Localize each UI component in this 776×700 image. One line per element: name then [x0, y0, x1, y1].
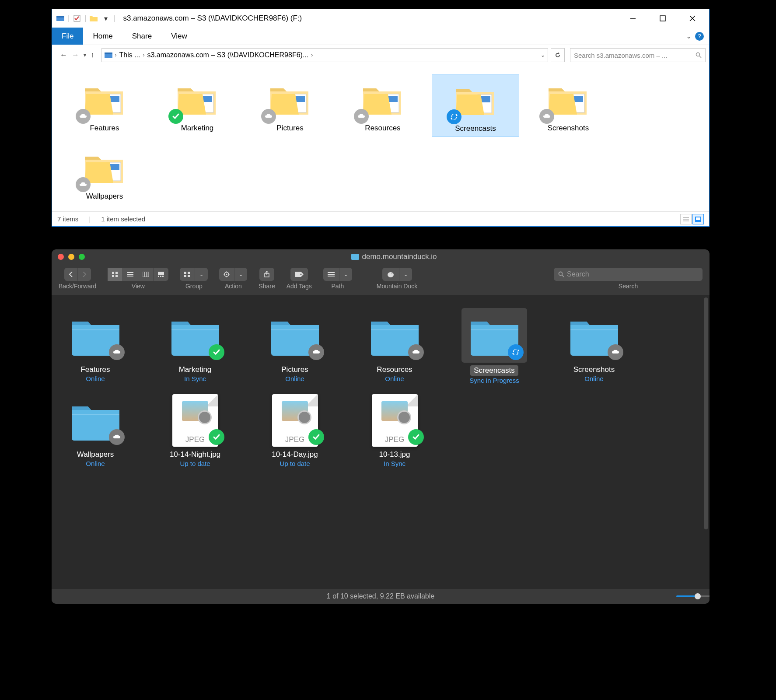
- path-button[interactable]: [323, 268, 339, 281]
- folder-item[interactable]: Screenshots: [524, 74, 612, 137]
- folder-item[interactable]: Pictures: [246, 74, 334, 137]
- file-item[interactable]: JPEG 10-13.jpg In Sync: [360, 393, 430, 467]
- folder-item[interactable]: Wallpapers: [61, 142, 148, 204]
- chevron-right-icon[interactable]: ›: [115, 52, 117, 58]
- refresh-button[interactable]: [551, 48, 565, 62]
- zoom-slider[interactable]: [676, 593, 701, 599]
- tool-group-search: Search Search: [554, 268, 703, 290]
- chevron-down-icon[interactable]: ⌄: [339, 268, 352, 281]
- item-status: In Sync: [384, 460, 405, 467]
- search-placeholder: Search: [567, 270, 589, 278]
- folder-icon: [449, 78, 502, 122]
- up-button[interactable]: ↑: [91, 51, 94, 60]
- toolbar-label: Back/Forward: [59, 283, 96, 290]
- window-title-text: demo.mountainduck.io: [362, 252, 437, 261]
- gallery-view-button[interactable]: [154, 268, 168, 281]
- folder-item[interactable]: Screenshots Online: [559, 308, 629, 384]
- history-dropdown[interactable]: ▾: [84, 52, 86, 58]
- sync-badge-icon: [508, 344, 524, 360]
- chevron-down-icon[interactable]: ⌄: [399, 268, 412, 281]
- breadcrumb-segment[interactable]: s3.amazonaws.com – S3 (\\DAVIDKOCHER98F6…: [147, 51, 309, 59]
- breadcrumb-segment[interactable]: This ...: [119, 51, 140, 59]
- window-titlebar[interactable]: | | ▾ | s3.amazonaws.com – S3 (\\DAVIDKO…: [52, 9, 709, 28]
- folder-icon: [78, 77, 131, 121]
- svg-rect-45: [188, 272, 190, 274]
- svg-rect-37: [143, 272, 144, 277]
- file-list[interactable]: Features Online Marketing In Sync Pictur…: [52, 295, 710, 575]
- item-label: Wallpapers: [86, 192, 123, 201]
- share-button[interactable]: [259, 268, 274, 281]
- scrollbar[interactable]: [704, 298, 708, 529]
- chevron-down-icon[interactable]: ⌄: [195, 268, 208, 281]
- icons-view-button[interactable]: [692, 214, 704, 224]
- back-button[interactable]: ←: [60, 51, 67, 60]
- tool-group-share: Share: [259, 268, 275, 290]
- tab-share[interactable]: Share: [122, 28, 161, 45]
- maximize-button[interactable]: [79, 254, 85, 260]
- selection-count: 1 item selected: [101, 215, 145, 223]
- chevron-right-icon[interactable]: ›: [143, 52, 145, 58]
- folder-icon[interactable]: [89, 14, 98, 23]
- chevron-down-icon[interactable]: ⌄: [686, 32, 692, 40]
- close-button[interactable]: [58, 254, 64, 260]
- window-title: s3.amazonaws.com – S3 (\\DAVIDKOCHER98F6…: [123, 14, 302, 23]
- back-button[interactable]: [64, 268, 78, 281]
- svg-rect-46: [184, 275, 186, 277]
- tab-home[interactable]: Home: [83, 28, 122, 45]
- group-button[interactable]: [180, 268, 195, 281]
- file-item[interactable]: JPEG 10-14-Day.jpg Up to date: [260, 393, 330, 467]
- folder-item[interactable]: Pictures Online: [260, 308, 330, 384]
- status-text: 1 of 10 selected, 9.22 EB available: [327, 592, 434, 600]
- folder-item[interactable]: Marketing: [154, 74, 241, 137]
- tab-file[interactable]: File: [52, 28, 83, 45]
- svg-rect-29: [696, 217, 700, 220]
- folder-item[interactable]: Screencasts Sync in Progress: [459, 308, 529, 384]
- maximize-button[interactable]: [652, 10, 673, 26]
- folder-item[interactable]: Wallpapers Online: [60, 393, 130, 467]
- checkbox-icon[interactable]: [72, 14, 82, 23]
- column-view-button[interactable]: [138, 268, 154, 281]
- forward-button[interactable]: [78, 268, 91, 281]
- details-view-button[interactable]: [680, 214, 692, 224]
- action-button[interactable]: [219, 268, 234, 281]
- icon-view-button[interactable]: [108, 268, 123, 281]
- close-button[interactable]: [682, 10, 703, 26]
- item-status: Online: [285, 375, 304, 382]
- folder-item[interactable]: Features: [61, 74, 148, 137]
- folder-item[interactable]: Resources: [339, 74, 426, 137]
- folder-icon: [264, 77, 316, 121]
- file-list[interactable]: Features Marketing Pictures Reso: [52, 65, 709, 213]
- item-label: Resources: [365, 124, 400, 133]
- svg-rect-39: [147, 272, 149, 277]
- mountain-duck-button[interactable]: [382, 268, 399, 281]
- chevron-down-icon[interactable]: ⌄: [541, 52, 545, 58]
- chevron-down-icon[interactable]: ⌄: [234, 268, 247, 281]
- cloud-badge-icon: [354, 109, 369, 124]
- tab-view[interactable]: View: [161, 28, 197, 45]
- drive-icon: [105, 52, 112, 59]
- file-item[interactable]: JPEG 10-14-Night.jpg Up to date: [160, 393, 230, 467]
- forward-button[interactable]: →: [72, 51, 79, 60]
- minimize-button[interactable]: [622, 10, 643, 26]
- folder-item[interactable]: Screencasts: [432, 74, 519, 137]
- window-titlebar[interactable]: demo.mountainduck.io: [52, 249, 710, 264]
- check-badge-icon: [209, 429, 224, 445]
- search-input[interactable]: Search s3.amazonaws.com – ...: [570, 48, 706, 62]
- add-tags-button[interactable]: [290, 268, 308, 281]
- help-button[interactable]: ?: [695, 32, 704, 41]
- nav-buttons: ← → ▾ ↑: [56, 51, 99, 60]
- folder-icon: [362, 308, 427, 363]
- chevron-right-icon[interactable]: ›: [311, 52, 313, 58]
- toolbar-label: Path: [331, 283, 344, 290]
- list-view-button[interactable]: [123, 268, 138, 281]
- svg-line-10: [699, 56, 701, 58]
- svg-rect-4: [660, 16, 665, 21]
- breadcrumb[interactable]: › This ... › s3.amazonaws.com – S3 (\\DA…: [101, 48, 549, 62]
- folder-item[interactable]: Features Online: [60, 308, 130, 384]
- toolbar-label: Group: [185, 283, 203, 290]
- dropdown-icon[interactable]: ▾: [101, 14, 111, 23]
- folder-item[interactable]: Resources Online: [360, 308, 430, 384]
- search-input[interactable]: Search: [554, 268, 703, 281]
- minimize-button[interactable]: [68, 254, 74, 260]
- folder-item[interactable]: Marketing In Sync: [160, 308, 230, 384]
